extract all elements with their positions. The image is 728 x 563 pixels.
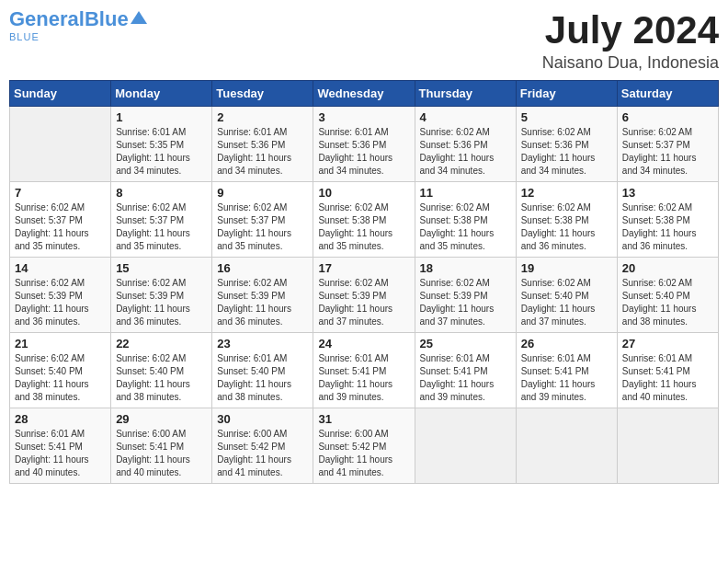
- day-number: 2: [217, 110, 308, 124]
- svg-marker-0: [131, 11, 147, 24]
- daylight-line2: and 36 minutes.: [622, 240, 713, 253]
- calendar-cell: 17Sunrise: 6:02 AMSunset: 5:39 PMDayligh…: [313, 258, 415, 333]
- calendar-cell: 3Sunrise: 6:01 AMSunset: 5:36 PMDaylight…: [313, 107, 415, 182]
- sunrise-text: Sunrise: 6:02 AM: [15, 277, 106, 290]
- calendar-cell: [516, 408, 617, 484]
- day-number: 23: [217, 337, 308, 350]
- day-number: 31: [318, 412, 409, 426]
- calendar-cell: 19Sunrise: 6:02 AMSunset: 5:40 PMDayligh…: [516, 258, 617, 333]
- daylight-line1: Daylight: 11 hours: [318, 152, 409, 165]
- weekday-header-wednesday: Wednesday: [313, 81, 415, 107]
- day-number: 3: [318, 110, 409, 124]
- day-number: 27: [622, 337, 713, 350]
- daylight-line2: and 35 minutes.: [420, 240, 511, 253]
- calendar-cell: 28Sunrise: 6:01 AMSunset: 5:41 PMDayligh…: [10, 408, 111, 484]
- daylight-line1: Daylight: 11 hours: [217, 152, 308, 165]
- sunrise-text: Sunrise: 6:02 AM: [521, 201, 612, 214]
- day-number: 21: [15, 337, 106, 350]
- calendar-cell: 30Sunrise: 6:00 AMSunset: 5:42 PMDayligh…: [212, 408, 313, 484]
- calendar-cell: 7Sunrise: 6:02 AMSunset: 5:37 PMDaylight…: [10, 182, 111, 258]
- sunset-text: Sunset: 5:39 PM: [318, 290, 409, 303]
- day-number: 30: [217, 412, 308, 426]
- day-info: Sunrise: 6:02 AMSunset: 5:40 PMDaylight:…: [521, 277, 612, 328]
- daylight-line2: and 39 minutes.: [521, 391, 612, 404]
- daylight-line2: and 34 minutes.: [318, 165, 409, 178]
- calendar-cell: 16Sunrise: 6:02 AMSunset: 5:39 PMDayligh…: [212, 258, 313, 333]
- daylight-line1: Daylight: 11 hours: [15, 454, 106, 466]
- daylight-line1: Daylight: 11 hours: [622, 152, 713, 165]
- calendar-week-row: 14Sunrise: 6:02 AMSunset: 5:39 PMDayligh…: [10, 258, 719, 333]
- day-info: Sunrise: 6:00 AMSunset: 5:42 PMDaylight:…: [318, 428, 409, 479]
- day-number: 29: [116, 412, 207, 426]
- day-number: 6: [622, 110, 713, 124]
- logo-general: GeneralBlue: [9, 9, 129, 29]
- sunrise-text: Sunrise: 6:02 AM: [15, 201, 106, 214]
- daylight-line2: and 38 minutes.: [622, 316, 713, 328]
- sunrise-text: Sunrise: 6:02 AM: [116, 201, 207, 214]
- calendar-cell: 1Sunrise: 6:01 AMSunset: 5:35 PMDaylight…: [111, 107, 212, 182]
- calendar-cell: 21Sunrise: 6:02 AMSunset: 5:40 PMDayligh…: [10, 333, 111, 408]
- calendar-cell: 11Sunrise: 6:02 AMSunset: 5:38 PMDayligh…: [415, 182, 516, 258]
- day-number: 18: [420, 261, 511, 275]
- calendar-cell: 9Sunrise: 6:02 AMSunset: 5:37 PMDaylight…: [212, 182, 313, 258]
- sunset-text: Sunset: 5:39 PM: [420, 290, 511, 303]
- daylight-line2: and 39 minutes.: [420, 391, 511, 404]
- calendar-cell: 31Sunrise: 6:00 AMSunset: 5:42 PMDayligh…: [313, 408, 415, 484]
- sunset-text: Sunset: 5:37 PM: [116, 214, 207, 227]
- sunset-text: Sunset: 5:41 PM: [420, 365, 511, 378]
- day-info: Sunrise: 6:02 AMSunset: 5:37 PMDaylight:…: [622, 126, 713, 178]
- daylight-line1: Daylight: 11 hours: [622, 227, 713, 240]
- sunrise-text: Sunrise: 6:02 AM: [318, 201, 409, 214]
- day-info: Sunrise: 6:02 AMSunset: 5:40 PMDaylight:…: [116, 352, 207, 404]
- sunrise-text: Sunrise: 6:01 AM: [521, 352, 612, 365]
- sunset-text: Sunset: 5:37 PM: [15, 214, 106, 227]
- daylight-line2: and 39 minutes.: [318, 391, 409, 404]
- sunset-text: Sunset: 5:41 PM: [116, 441, 207, 454]
- day-number: 11: [420, 186, 511, 200]
- daylight-line2: and 37 minutes.: [521, 316, 612, 328]
- sunrise-text: Sunrise: 6:02 AM: [622, 201, 713, 214]
- day-number: 8: [116, 186, 207, 200]
- day-info: Sunrise: 6:01 AMSunset: 5:41 PMDaylight:…: [15, 428, 106, 479]
- sunrise-text: Sunrise: 6:02 AM: [217, 201, 308, 214]
- day-number: 17: [318, 261, 409, 275]
- day-info: Sunrise: 6:01 AMSunset: 5:41 PMDaylight:…: [420, 352, 511, 404]
- title-area: July 2024 Naisano Dua, Indonesia: [542, 9, 719, 73]
- sunrise-text: Sunrise: 6:02 AM: [116, 277, 207, 290]
- sunset-text: Sunset: 5:40 PM: [15, 365, 106, 378]
- sunrise-text: Sunrise: 6:00 AM: [116, 428, 207, 441]
- sunset-text: Sunset: 5:36 PM: [420, 139, 511, 152]
- daylight-line2: and 38 minutes.: [217, 391, 308, 404]
- daylight-line1: Daylight: 11 hours: [521, 227, 612, 240]
- sunrise-text: Sunrise: 6:01 AM: [318, 126, 409, 139]
- day-info: Sunrise: 6:01 AMSunset: 5:41 PMDaylight:…: [521, 352, 612, 404]
- calendar-cell: 10Sunrise: 6:02 AMSunset: 5:38 PMDayligh…: [313, 182, 415, 258]
- weekday-header-friday: Friday: [516, 81, 617, 107]
- weekday-header-tuesday: Tuesday: [212, 81, 313, 107]
- sunset-text: Sunset: 5:38 PM: [622, 214, 713, 227]
- daylight-line1: Daylight: 11 hours: [622, 378, 713, 391]
- daylight-line2: and 36 minutes.: [217, 316, 308, 328]
- weekday-header-sunday: Sunday: [10, 81, 111, 107]
- sunset-text: Sunset: 5:40 PM: [521, 290, 612, 303]
- sunset-text: Sunset: 5:42 PM: [318, 441, 409, 454]
- day-number: 19: [521, 261, 612, 275]
- daylight-line2: and 38 minutes.: [15, 391, 106, 404]
- daylight-line2: and 35 minutes.: [15, 240, 106, 253]
- sunset-text: Sunset: 5:40 PM: [116, 365, 207, 378]
- sunset-text: Sunset: 5:38 PM: [521, 214, 612, 227]
- calendar-cell: 18Sunrise: 6:02 AMSunset: 5:39 PMDayligh…: [415, 258, 516, 333]
- daylight-line1: Daylight: 11 hours: [217, 378, 308, 391]
- day-number: 14: [15, 261, 106, 275]
- day-number: 1: [116, 110, 207, 124]
- day-number: 7: [15, 186, 106, 200]
- daylight-line2: and 34 minutes.: [420, 165, 511, 178]
- day-number: 12: [521, 186, 612, 200]
- daylight-line2: and 41 minutes.: [318, 466, 409, 479]
- calendar-cell: 29Sunrise: 6:00 AMSunset: 5:41 PMDayligh…: [111, 408, 212, 484]
- sunrise-text: Sunrise: 6:02 AM: [622, 277, 713, 290]
- daylight-line2: and 36 minutes.: [521, 240, 612, 253]
- calendar-cell: 25Sunrise: 6:01 AMSunset: 5:41 PMDayligh…: [415, 333, 516, 408]
- day-number: 20: [622, 261, 713, 275]
- day-info: Sunrise: 6:02 AMSunset: 5:40 PMDaylight:…: [622, 277, 713, 328]
